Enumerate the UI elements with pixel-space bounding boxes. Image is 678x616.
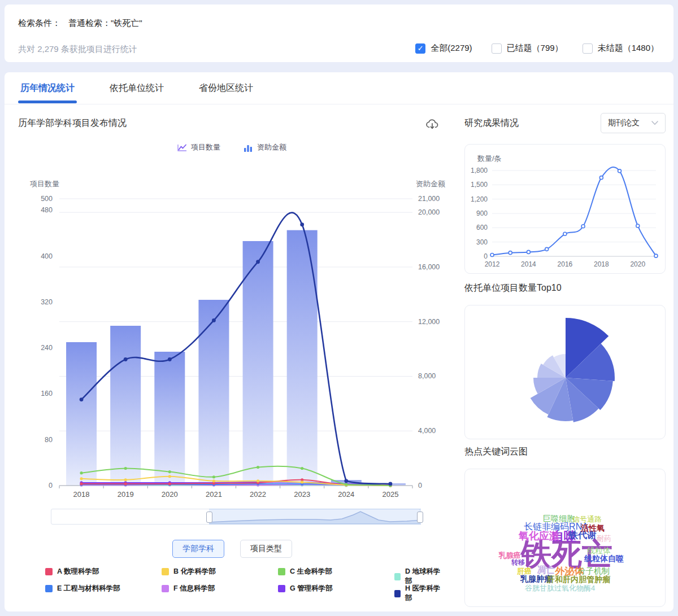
search-condition-value: 普通检索："铁死亡" [68, 18, 142, 28]
svg-text:2020: 2020 [162, 490, 178, 499]
checkbox-unchecked-icon[interactable] [583, 43, 593, 54]
status-checkbox-1[interactable]: 已结题（799） [492, 43, 563, 54]
keyword-14: 乳腺癌 [499, 552, 521, 559]
svg-text:资助金额: 资助金额 [416, 180, 445, 188]
datazoom-right-handle[interactable] [417, 512, 423, 523]
datazoom-left-handle[interactable] [206, 512, 212, 523]
chevron-down-icon [651, 121, 658, 125]
dashboard: 检索条件：普通检索："铁死亡" 共对 2,279 条获批项目进行统计 ✓全部(2… [0, 0, 678, 616]
results-line-chart-panel: 数量/条 03006009001,2001,5001,8002012201420… [464, 144, 666, 274]
download-button[interactable] [423, 115, 442, 134]
svg-text:0: 0 [484, 252, 488, 260]
status-checkbox-label: 已结题（799） [507, 43, 563, 54]
legend-item-C[interactable]: C 生命科学部 [278, 567, 332, 576]
checkbox-unchecked-icon[interactable] [492, 43, 502, 54]
bar-2021 [198, 300, 229, 486]
legend-swatch [394, 573, 401, 580]
svg-text:2018: 2018 [594, 260, 609, 268]
svg-text:320: 320 [41, 298, 53, 306]
toggle-project-count[interactable]: 项目数量 [177, 142, 220, 152]
keyword-6: 凋亡 [537, 566, 555, 575]
legend-swatch [45, 568, 53, 575]
series-toggle-group: 项目数量资助金额 [17, 142, 446, 152]
status-checkbox-2[interactable]: 未结题（1480） [583, 43, 659, 54]
group-by-department-button[interactable]: 学部学科 [172, 540, 224, 558]
tab-2[interactable]: 省份地区统计 [199, 82, 253, 103]
search-condition-row: 检索条件：普通检索："铁死亡" [18, 18, 142, 29]
svg-text:400: 400 [41, 252, 53, 260]
wordcloud-section-title: 热点关键词云图 [464, 446, 528, 458]
svg-text:480: 480 [41, 206, 53, 214]
svg-text:16,000: 16,000 [418, 263, 440, 271]
svg-text:2018: 2018 [73, 490, 90, 499]
svg-text:1,500: 1,500 [471, 181, 488, 189]
status-checkbox-label: 未结题（1480） [598, 43, 659, 54]
tab-0[interactable]: 历年情况统计 [20, 82, 75, 103]
datazoom-slider[interactable] [51, 509, 420, 525]
keyword-13: 线粒体自噬 [584, 554, 624, 562]
keyword-7: 分子机制 [578, 567, 610, 575]
svg-text:2025: 2025 [382, 490, 398, 499]
svg-text:500: 500 [41, 195, 53, 203]
legend-swatch [278, 568, 285, 575]
legend-item-A[interactable]: A 数理科学部 [45, 567, 99, 576]
results-section-title: 研究成果情况 [464, 117, 519, 129]
keyword-10: 信号通路 [572, 515, 602, 523]
legend-label: E 工程与材料科学部 [57, 584, 120, 593]
toggle-label: 项目数量 [191, 142, 220, 152]
svg-text:2023: 2023 [294, 490, 310, 499]
svg-text:8,000: 8,000 [418, 372, 436, 380]
svg-text:1,800: 1,800 [471, 167, 488, 174]
keyword-2: 氧化应激 [519, 531, 559, 541]
bar-2019 [110, 326, 141, 486]
bar-2020 [154, 352, 185, 486]
tab-1[interactable]: 依托单位统计 [110, 82, 164, 103]
group-by-project-type-button[interactable]: 项目类型 [240, 540, 292, 558]
results-line-chart: 03006009001,2001,5001,800201220142016201… [465, 145, 665, 273]
svg-text:4,000: 4,000 [418, 427, 436, 435]
datazoom-selected-range[interactable] [209, 509, 421, 525]
svg-text:2022: 2022 [250, 490, 266, 499]
cloud-download-icon [425, 117, 440, 132]
main-chart-title: 历年学部学科项目发布情况 [18, 117, 127, 129]
result-type-select[interactable]: 期刊论文 [601, 113, 666, 133]
legend-label: G 管理科学部 [290, 584, 333, 593]
search-condition-label: 检索条件： [18, 18, 60, 28]
svg-text:1,200: 1,200 [471, 195, 488, 203]
datazoom-shadow [209, 509, 420, 524]
bar-2018 [66, 342, 97, 486]
legend-swatch [278, 585, 285, 592]
svg-text:300: 300 [476, 238, 488, 246]
legend-item-F[interactable]: F 信息科学部 [162, 584, 215, 593]
svg-text:项目数量: 项目数量 [30, 180, 59, 188]
toggle-funding-amount[interactable]: 资助金额 [243, 142, 286, 152]
legend-item-B[interactable]: B 化学科学部 [162, 567, 216, 576]
svg-text:21,000: 21,000 [418, 195, 440, 203]
legend-item-E[interactable]: E 工程与材料科学部 [45, 584, 120, 593]
legend-item-G[interactable]: G 管理科学部 [278, 584, 333, 593]
keyword-9: 巨噬细胞 [543, 514, 575, 522]
checkbox-checked-icon[interactable]: ✓ [415, 43, 425, 54]
keyword-wordcloud-panel: 铁死亡自噬氧化应激长链非编码RNA铁代谢外泌体凋亡分子机制活性氧巨噬细胞信号通路… [464, 469, 666, 607]
status-checkbox-0[interactable]: ✓全部(2279) [415, 43, 472, 54]
tab-divider [5, 104, 673, 104]
legend-label: F 信息科学部 [173, 584, 215, 593]
legend-item-H[interactable]: H 医学科学部 [394, 584, 441, 603]
results-line [492, 167, 656, 256]
statistics-card: 历年情况统计依托单位统计省份地区统计 历年学部学科项目发布情况 项目数量资助金额… [5, 72, 673, 611]
legend-swatch [162, 585, 169, 592]
yearly-combo-chart: 项目数量资助金额08016024032040048050004,0008,000… [17, 174, 446, 504]
legend-label: A 数理科学部 [57, 567, 99, 576]
keyword-12: 线粒体 [587, 547, 611, 554]
result-type-select-value: 期刊论文 [608, 118, 640, 128]
svg-text:12,000: 12,000 [418, 318, 440, 326]
svg-text:2014: 2014 [521, 260, 536, 268]
svg-text:2019: 2019 [118, 490, 134, 499]
legend-swatch [394, 590, 401, 597]
legend-item-D[interactable]: D 地球科学部 [394, 567, 441, 586]
svg-text:80: 80 [45, 436, 53, 444]
result-summary: 共对 2,279 条获批项目进行统计 [18, 44, 137, 55]
status-filter-group: ✓全部(2279)已结题（799）未结题（1480） [415, 43, 659, 54]
keyword-11: 耐药 [597, 535, 611, 542]
svg-text:2024: 2024 [338, 490, 354, 499]
